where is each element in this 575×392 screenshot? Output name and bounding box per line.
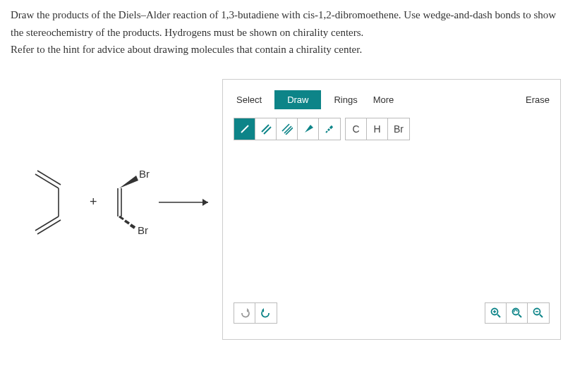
rings-mode[interactable]: Rings: [331, 90, 360, 109]
triple-bond-tool[interactable]: [277, 118, 298, 140]
zoom-in-button[interactable]: [485, 303, 507, 323]
draw-mode[interactable]: Draw: [274, 90, 321, 109]
svg-marker-13: [202, 199, 208, 206]
question-line-2: the stereochemistry of the products. Hyd…: [11, 25, 564, 41]
dash-bond-tool[interactable]: [319, 118, 340, 140]
undo-icon: [240, 308, 250, 318]
wedge-bond-icon: [303, 123, 314, 135]
hydrogen-element[interactable]: H: [367, 118, 388, 140]
svg-line-31: [519, 314, 521, 317]
undo-redo-group: [234, 302, 277, 324]
drawing-panel: Select Draw Rings More Erase: [222, 79, 561, 340]
zoom-group: [485, 302, 550, 324]
svg-marker-20: [305, 125, 313, 133]
svg-line-9: [119, 216, 123, 219]
carbon-element[interactable]: C: [346, 118, 367, 140]
wedge-bond-tool[interactable]: [298, 118, 319, 140]
bottom-tools: [234, 302, 550, 324]
svg-marker-8: [119, 176, 138, 188]
br-label-top: Br: [139, 168, 150, 180]
zoom-in-icon: [490, 307, 502, 319]
double-bond-icon: [260, 123, 272, 135]
content-area: + Br Br Select Draw Rings More: [11, 79, 564, 340]
erase-mode[interactable]: Erase: [526, 94, 550, 105]
drawing-canvas[interactable]: [234, 140, 550, 302]
svg-line-14: [241, 125, 248, 133]
question-line-1: Draw the products of the Diels–Alder rea…: [11, 7, 564, 23]
bromine-element[interactable]: Br: [388, 118, 409, 140]
select-mode[interactable]: Select: [234, 90, 265, 109]
zoom-out-button[interactable]: [528, 303, 549, 323]
dash-bond-icon: [324, 123, 335, 135]
triple-bond-icon: [282, 123, 293, 135]
mode-toolbar: Select Draw Rings More Erase: [234, 90, 550, 109]
question-text: Draw the products of the Diels–Alder rea…: [11, 7, 564, 58]
double-bond-tool[interactable]: [255, 118, 277, 140]
redo-button[interactable]: [255, 303, 277, 323]
bond-tools: [234, 118, 341, 140]
reaction-svg: + Br Br: [11, 149, 215, 262]
bond-element-row: C H Br: [234, 118, 550, 140]
zoom-reset-button[interactable]: [507, 303, 528, 323]
svg-text:+: +: [90, 195, 97, 209]
redo-icon: [261, 308, 271, 318]
svg-line-10: [125, 221, 129, 223]
zoom-reset-icon: [512, 307, 523, 319]
svg-line-33: [540, 314, 543, 317]
single-bond-icon: [239, 123, 250, 135]
svg-line-11: [131, 225, 135, 228]
reaction-diagram: + Br Br: [11, 149, 215, 290]
more-mode[interactable]: More: [370, 90, 397, 109]
svg-line-23: [330, 126, 332, 128]
undo-button[interactable]: [234, 303, 255, 323]
svg-line-21: [326, 131, 327, 133]
br-label-bottom: Br: [138, 224, 148, 236]
element-tools: C H Br: [345, 118, 410, 140]
svg-point-30: [512, 308, 519, 314]
zoom-out-icon: [533, 307, 544, 319]
single-bond-tool[interactable]: [234, 118, 255, 140]
question-line-3: Refer to the hint for advice about drawi…: [11, 42, 564, 58]
svg-line-22: [328, 129, 329, 130]
svg-line-27: [497, 314, 500, 317]
